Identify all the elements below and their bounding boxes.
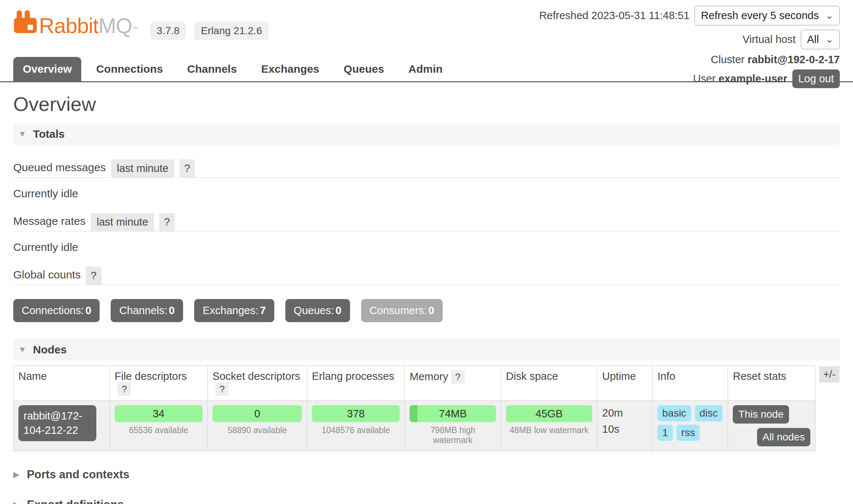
exchanges-count-badge[interactable]: Exchanges:7 <box>194 299 274 322</box>
col-erlang-processes: Erlang processes <box>307 366 405 401</box>
col-memory: Memory? <box>405 366 501 401</box>
node-name-badge[interactable]: rabbit@172-104-212-22 <box>18 405 96 441</box>
nav-tabs: Overview Connections Channels Exchanges … <box>13 57 457 81</box>
help-icon[interactable]: ? <box>451 370 464 384</box>
brand-wordmark: RabbitMQ™ <box>39 15 138 36</box>
rabbitmq-logo[interactable]: RabbitMQ™ <box>13 10 138 36</box>
queued-messages-heading: Queued messages last minute ? <box>13 159 840 178</box>
connections-count-badge[interactable]: Connections:0 <box>13 299 100 322</box>
virtual-host-select[interactable]: All ⌄ <box>801 30 840 49</box>
chevron-down-icon: ⌄ <box>825 37 834 43</box>
erlang-processes-cell: 378 1048576 available <box>307 401 405 451</box>
info-badge-basic[interactable]: basic <box>657 405 691 421</box>
message-rates-status: Currently idle <box>13 241 840 253</box>
rabbitmq-rabbit-icon <box>13 10 39 36</box>
totals-section-title: Totals <box>33 128 65 140</box>
expand-triangle-icon: ▶ <box>13 470 19 479</box>
help-icon[interactable]: ? <box>118 382 131 396</box>
socket-descriptors-cell: 0 58890 available <box>207 401 307 451</box>
message-rates-heading: Message rates last minute ? <box>13 213 840 231</box>
col-socket-descriptors: Socket descriptors? <box>207 366 307 401</box>
help-icon[interactable]: ? <box>159 213 175 231</box>
info-cell: basic disc 1 rss <box>653 401 728 451</box>
global-counts-label: Global counts <box>13 269 81 285</box>
export-definitions-toggle[interactable]: ▶ Export definitions <box>13 498 840 504</box>
ports-and-contexts-toggle[interactable]: ▶ Ports and contexts <box>13 468 840 481</box>
col-disk-space: Disk space <box>501 366 597 401</box>
col-uptime: Uptime <box>597 366 652 401</box>
tab-connections[interactable]: Connections <box>86 57 172 81</box>
logout-button[interactable]: Log out <box>792 69 840 88</box>
expand-triangle-icon: ▶ <box>13 500 19 504</box>
queued-messages-status: Currently idle <box>13 187 840 200</box>
tab-exchanges[interactable]: Exchanges <box>251 57 329 81</box>
node-row: rabbit@172-104-212-22 34 65536 available… <box>14 401 815 451</box>
header: RabbitMQ™ 3.7.8 Erlang 21.2.6 Refreshed … <box>0 0 853 82</box>
column-toggle-button[interactable]: +/- <box>819 366 839 382</box>
queued-messages-label: Queued messages <box>13 161 106 177</box>
totals-section-toggle[interactable]: ▼ Totals <box>13 123 840 145</box>
consumers-count-badge[interactable]: Consumers:0 <box>361 299 443 322</box>
reset-this-node-button[interactable]: This node <box>733 405 789 424</box>
col-reset-stats: Reset stats <box>728 366 815 401</box>
reset-stats-cell: This node All nodes <box>728 401 815 451</box>
help-icon[interactable]: ? <box>86 267 101 285</box>
current-user: User example-user <box>693 73 787 85</box>
channels-count-badge[interactable]: Channels:0 <box>111 299 183 322</box>
version-badge: 3.7.8 <box>150 22 186 40</box>
tab-admin[interactable]: Admin <box>399 57 452 81</box>
tab-channels[interactable]: Channels <box>178 57 246 81</box>
queues-count-badge[interactable]: Queues:0 <box>285 299 350 322</box>
nodes-section-title: Nodes <box>33 343 67 356</box>
collapse-triangle-icon: ▼ <box>18 345 26 354</box>
file-descriptors-cell: 34 65536 available <box>110 401 207 451</box>
reset-all-nodes-button[interactable]: All nodes <box>757 428 810 446</box>
col-file-descriptors: File descriptors? <box>110 366 207 401</box>
global-counts-row: Connections:0 Channels:0 Exchanges:7 Que… <box>13 299 840 322</box>
erlang-version-badge: Erlang 21.2.6 <box>194 22 269 40</box>
memory-cell: 74MB 798MB high watermark <box>405 401 501 451</box>
collapse-triangle-icon: ▼ <box>18 129 26 139</box>
col-info: Info <box>653 366 728 401</box>
rates-range-chip[interactable]: last minute <box>91 213 154 231</box>
info-badge-1[interactable]: 1 <box>657 425 673 441</box>
nodes-section-toggle[interactable]: ▼ Nodes <box>13 339 840 360</box>
nodes-table: Name File descriptors? Socket descriptor… <box>13 366 815 451</box>
page-title: Overview <box>13 93 840 115</box>
chevron-down-icon: ⌄ <box>825 13 834 19</box>
tab-queues[interactable]: Queues <box>334 57 394 81</box>
tab-overview[interactable]: Overview <box>13 57 81 81</box>
info-badge-rss[interactable]: rss <box>677 425 700 441</box>
nodes-header-row: Name File descriptors? Socket descriptor… <box>14 366 815 401</box>
info-badge-disc[interactable]: disc <box>695 405 723 421</box>
global-counts-heading: Global counts ? <box>13 267 840 285</box>
uptime-cell: 20m10s <box>597 401 652 451</box>
queued-range-chip[interactable]: last minute <box>111 159 174 177</box>
help-icon[interactable]: ? <box>179 159 195 177</box>
refreshed-timestamp: Refreshed 2023-05-31 11:48:51 <box>539 10 689 22</box>
help-icon[interactable]: ? <box>215 382 229 396</box>
refresh-interval-select[interactable]: Refresh every 5 seconds ⌄ <box>695 6 840 25</box>
disk-space-cell: 45GB 48MB low watermark <box>501 401 597 451</box>
virtual-host-label: Virtual host <box>742 33 796 46</box>
message-rates-label: Message rates <box>13 215 86 231</box>
cluster-name: Cluster rabbit@192-0-2-17 <box>539 54 840 66</box>
col-name: Name <box>14 366 110 401</box>
